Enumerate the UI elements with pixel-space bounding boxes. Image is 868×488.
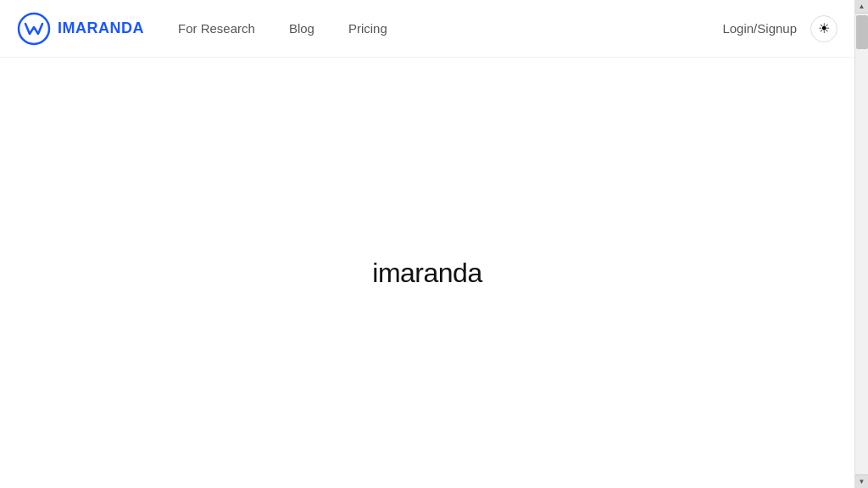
- nav-right: Login/Signup ☀: [722, 15, 837, 42]
- nav-link-pricing[interactable]: Pricing: [348, 21, 387, 36]
- hero-section: imaranda: [0, 58, 854, 488]
- logo-icon: [17, 12, 51, 46]
- login-signup-link[interactable]: Login/Signup: [722, 21, 797, 36]
- theme-toggle-button[interactable]: ☀: [810, 15, 837, 42]
- scrollbar[interactable]: ▲ ▼: [854, 0, 868, 488]
- navbar: IMARANDA For Research Blog Pricing Login…: [0, 0, 854, 58]
- nav-link-for-research[interactable]: For Research: [178, 21, 255, 36]
- logo-text: IMARANDA: [58, 19, 144, 37]
- nav-item-pricing[interactable]: Pricing: [348, 21, 387, 36]
- scrollbar-arrow-up[interactable]: ▲: [855, 0, 869, 14]
- nav-item-blog[interactable]: Blog: [289, 21, 314, 36]
- logo-link[interactable]: IMARANDA: [17, 12, 144, 46]
- nav-link-blog[interactable]: Blog: [289, 21, 314, 36]
- main-content: IMARANDA For Research Blog Pricing Login…: [0, 0, 854, 488]
- nav-item-for-research[interactable]: For Research: [178, 21, 255, 36]
- scrollbar-arrow-down[interactable]: ▼: [855, 474, 869, 488]
- scrollbar-thumb[interactable]: [856, 15, 868, 49]
- nav-links: For Research Blog Pricing: [178, 21, 387, 36]
- hero-brand-text: imaranda: [372, 258, 481, 289]
